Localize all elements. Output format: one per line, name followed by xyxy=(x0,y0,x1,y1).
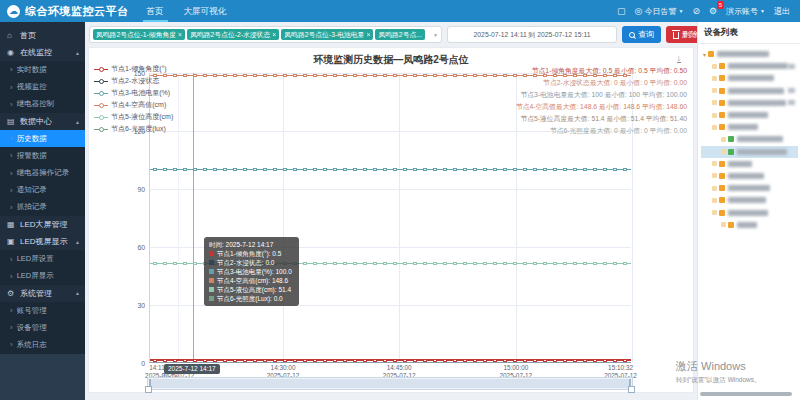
datazoom-range[interactable] xyxy=(149,379,631,388)
device-tree-row[interactable] xyxy=(701,158,798,170)
tree-toggle-icon[interactable] xyxy=(712,186,717,191)
close-icon[interactable]: × xyxy=(178,29,182,40)
device-tree-row[interactable] xyxy=(701,182,798,194)
tree-toggle-icon[interactable] xyxy=(712,113,717,118)
sidebar-item[interactable]: ›设备管理 xyxy=(0,319,85,336)
sidebar-item[interactable]: ›LED屏设置 xyxy=(0,250,85,267)
device-tree-row[interactable] xyxy=(701,60,798,72)
device-tree-row[interactable] xyxy=(701,206,798,218)
sidebar-item[interactable]: ›通知记录 xyxy=(0,182,85,199)
sidebar-item[interactable]: ›抓拍记录 xyxy=(0,199,85,216)
tree-toggle-icon[interactable] xyxy=(712,173,717,178)
device-tree-row[interactable] xyxy=(701,194,798,206)
device-icon xyxy=(719,197,725,203)
datazoom-left-handle[interactable] xyxy=(145,386,152,393)
point-select-input[interactable]: 凤鸣路2号点位-1-倾角角度×凤鸣路2号点位-2-水浸状态×凤鸣路2号点位-3-… xyxy=(89,26,442,43)
sidebar-item[interactable]: ›继电器控制 xyxy=(0,96,85,113)
nav-bigscreen[interactable]: 大屏可视化 xyxy=(182,0,229,22)
tag-chip[interactable]: 凤鸣路2号点... xyxy=(375,29,424,40)
device-name-blurred xyxy=(728,197,766,203)
device-online-icon xyxy=(728,136,734,142)
device-tree-row[interactable] xyxy=(701,146,798,158)
device-name-blurred xyxy=(737,222,757,228)
legend-label: 节点4-空高值(cm) xyxy=(111,100,166,110)
legend-label: 节点6-光照度(lux) xyxy=(111,124,166,134)
sidebar-item[interactable]: ›LED屏显示 xyxy=(0,268,85,285)
device-name-blurred xyxy=(728,124,758,130)
legend-item[interactable]: 节点1-倾角角度(°) xyxy=(94,63,173,75)
x-axis-time: 15:10:32 xyxy=(604,364,637,372)
download-icon[interactable]: ↓ xyxy=(677,54,682,63)
device-tree-row[interactable] xyxy=(701,109,798,121)
legend-item[interactable]: 节点3-电池电量(%) xyxy=(94,87,173,99)
sidebar-item-label: LED屏显示 xyxy=(17,271,54,281)
chevron-icon: › xyxy=(10,323,13,332)
device-tree-row[interactable] xyxy=(701,170,798,182)
tree-toggle-icon[interactable] xyxy=(712,210,717,215)
device-tree-row[interactable] xyxy=(701,72,798,84)
device-name-blurred xyxy=(737,149,787,155)
tree-toggle-icon[interactable] xyxy=(712,125,717,130)
tree-toggle-icon[interactable] xyxy=(712,64,717,69)
sidebar-item[interactable]: ›报警数据 xyxy=(0,147,85,164)
legend-item[interactable]: 节点5-液位高度(cm) xyxy=(94,111,173,123)
logout-button[interactable]: 退出 xyxy=(774,6,790,17)
nav-home[interactable]: 首页 xyxy=(145,0,166,22)
device-tree-row[interactable] xyxy=(701,85,798,97)
sidebar-item[interactable]: ▦LED大屏管理 xyxy=(0,216,85,233)
device-icon xyxy=(728,222,734,228)
tree-toggle-icon[interactable] xyxy=(721,222,726,227)
tree-toggle-icon[interactable] xyxy=(721,149,726,154)
close-icon[interactable]: × xyxy=(366,29,370,40)
tag-chip[interactable]: 凤鸣路2号点位-1-倾角角度× xyxy=(93,29,185,40)
tree-toggle-icon[interactable] xyxy=(712,100,717,105)
mute-icon[interactable]: ⊘ xyxy=(692,6,700,16)
sidebar-item[interactable]: ›继电器操作记录 xyxy=(0,165,85,182)
query-button[interactable]: 查询 xyxy=(622,26,661,43)
tag-chip[interactable]: 凤鸣路2号点位-2-水浸状态× xyxy=(187,29,279,40)
legend-item[interactable]: 节点6-光照度(lux) xyxy=(94,123,173,135)
sidebar-item[interactable]: ›历史数据 xyxy=(0,130,85,147)
date-range-input[interactable]: 2025-07-12 14:11 到 2025-07-12 15:11 xyxy=(447,26,617,43)
sidebar-item[interactable]: ›账号管理 xyxy=(0,302,85,319)
tree-toggle-icon[interactable] xyxy=(712,76,717,81)
tree-toggle-icon[interactable] xyxy=(721,137,726,142)
sidebar-item[interactable]: ›视频监控 xyxy=(0,79,85,96)
tag-chip[interactable]: 凤鸣路2号点位-3-电池电量× xyxy=(281,29,373,40)
sidebar-item[interactable]: ▤数据中心▲ xyxy=(0,113,85,130)
device-tree-row[interactable] xyxy=(701,133,798,145)
axis-pointer-label: 2025-7-12 14:17 xyxy=(164,364,220,374)
device-name-blurred xyxy=(728,185,770,191)
sidebar-item[interactable]: ⌂首页 xyxy=(0,27,85,44)
device-tree-row[interactable]: ▾ xyxy=(701,48,798,60)
chart-legend: 节点1-倾角角度(°)节点2-水浸状态节点3-电池电量(%)节点4-空高值(cm… xyxy=(94,63,173,135)
tree-toggle-icon[interactable] xyxy=(712,198,717,203)
settings-menu[interactable]: ⚙ 5 xyxy=(709,6,717,16)
device-tree-scrollbar[interactable] xyxy=(700,392,792,396)
device-tree-row[interactable] xyxy=(701,97,798,109)
sidebar-item[interactable]: ⚙系统管理▲ xyxy=(0,285,85,302)
device-tree-row[interactable] xyxy=(701,121,798,133)
fullscreen-icon[interactable]: ▢ xyxy=(617,6,626,16)
tree-toggle-icon[interactable] xyxy=(712,88,717,93)
datazoom-right-handle[interactable] xyxy=(628,386,635,393)
device-tree-row[interactable] xyxy=(701,219,798,231)
tag-chip-label: 凤鸣路2号点位-2-水浸状态 xyxy=(190,29,270,40)
today-alarm-menu[interactable]: ◎ 今日告警 ▼ xyxy=(635,6,684,17)
datazoom-slider[interactable] xyxy=(147,377,633,390)
sidebar-item-label: 抓拍记录 xyxy=(17,202,47,212)
account-menu[interactable]: 演示账号 ▼ xyxy=(726,6,765,17)
search-icon xyxy=(629,32,635,38)
sidebar-item[interactable]: ▣LED视屏显示▲ xyxy=(0,233,85,250)
sidebar-item[interactable]: ◉在线监控▲ xyxy=(0,44,85,61)
sidebar-item[interactable]: ›实时数据 xyxy=(0,61,85,78)
trash-icon xyxy=(673,32,679,39)
tree-toggle-icon[interactable] xyxy=(712,161,717,166)
device-icon xyxy=(719,124,725,130)
close-icon[interactable]: × xyxy=(272,29,276,40)
legend-item[interactable]: 节点2-水浸状态 xyxy=(94,75,173,87)
device-name-blurred xyxy=(728,88,784,94)
legend-item[interactable]: 节点4-空高值(cm) xyxy=(94,99,173,111)
tree-caret-icon[interactable]: ▾ xyxy=(703,51,706,58)
sidebar-item[interactable]: ›系统日志 xyxy=(0,336,85,353)
